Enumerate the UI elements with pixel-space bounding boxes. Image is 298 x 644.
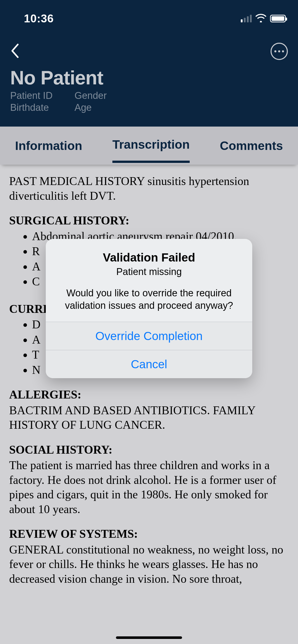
cancel-button[interactable]: Cancel	[46, 350, 252, 378]
dialog-subtitle: Patient missing	[56, 266, 242, 277]
home-indicator[interactable]	[116, 636, 182, 639]
validation-dialog: Validation Failed Patient missing Would …	[46, 239, 252, 378]
dialog-title: Validation Failed	[56, 251, 242, 264]
dialog-message: Would you like to override the required …	[56, 287, 242, 312]
override-completion-button[interactable]: Override Completion	[46, 322, 252, 350]
